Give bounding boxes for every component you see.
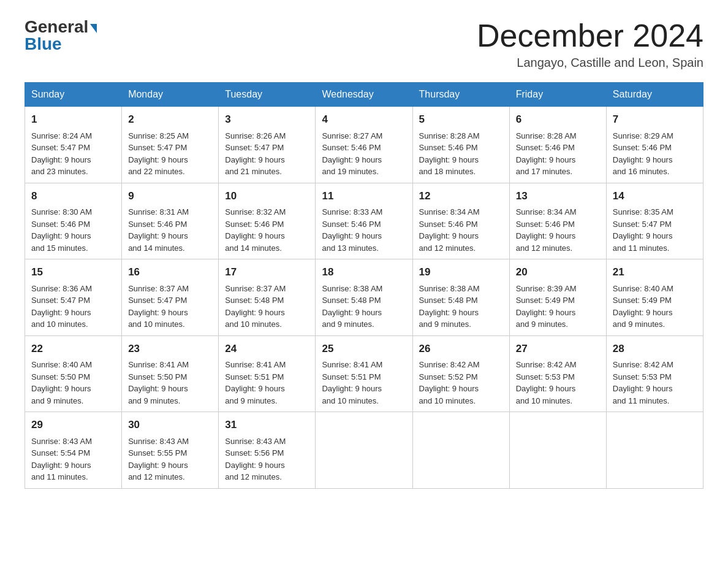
day-number: 9 <box>128 188 212 204</box>
day-info: Sunrise: 8:43 AMSunset: 5:56 PMDaylight:… <box>225 435 309 483</box>
day-info: Sunrise: 8:24 AMSunset: 5:47 PMDaylight:… <box>31 130 115 178</box>
table-row: 13Sunrise: 8:34 AMSunset: 5:46 PMDayligh… <box>509 183 606 259</box>
day-info: Sunrise: 8:43 AMSunset: 5:54 PMDaylight:… <box>31 435 115 483</box>
day-number: 7 <box>613 112 697 128</box>
table-row: 6Sunrise: 8:28 AMSunset: 5:46 PMDaylight… <box>509 107 606 183</box>
table-row: 22Sunrise: 8:40 AMSunset: 5:50 PMDayligh… <box>25 335 122 412</box>
day-number: 30 <box>128 417 212 433</box>
table-row: 11Sunrise: 8:33 AMSunset: 5:46 PMDayligh… <box>316 183 412 259</box>
day-info: Sunrise: 8:36 AMSunset: 5:47 PMDaylight:… <box>31 283 115 331</box>
table-row: 9Sunrise: 8:31 AMSunset: 5:46 PMDaylight… <box>122 183 219 259</box>
day-info: Sunrise: 8:43 AMSunset: 5:55 PMDaylight:… <box>128 435 212 483</box>
table-row: 10Sunrise: 8:32 AMSunset: 5:46 PMDayligh… <box>219 183 316 259</box>
day-info: Sunrise: 8:38 AMSunset: 5:48 PMDaylight:… <box>322 283 406 331</box>
table-row: 2Sunrise: 8:25 AMSunset: 5:47 PMDaylight… <box>122 107 219 183</box>
day-number: 31 <box>225 417 309 433</box>
day-info: Sunrise: 8:32 AMSunset: 5:46 PMDaylight:… <box>225 206 309 254</box>
day-number: 16 <box>128 264 212 280</box>
table-row: 8Sunrise: 8:30 AMSunset: 5:46 PMDaylight… <box>25 183 122 259</box>
day-number: 3 <box>225 112 309 128</box>
day-number: 20 <box>516 264 600 280</box>
day-info: Sunrise: 8:25 AMSunset: 5:47 PMDaylight:… <box>128 130 212 178</box>
day-info: Sunrise: 8:28 AMSunset: 5:46 PMDaylight:… <box>419 130 503 178</box>
col-saturday: Saturday <box>606 83 703 107</box>
calendar-header-row: Sunday Monday Tuesday Wednesday Thursday… <box>25 83 703 107</box>
table-row: 23Sunrise: 8:41 AMSunset: 5:50 PMDayligh… <box>122 335 219 412</box>
table-row: 5Sunrise: 8:28 AMSunset: 5:46 PMDaylight… <box>412 107 509 183</box>
day-number: 25 <box>322 341 406 357</box>
table-row: 19Sunrise: 8:38 AMSunset: 5:48 PMDayligh… <box>412 259 509 336</box>
location-text: Langayo, Castille and Leon, Spain <box>477 56 703 70</box>
day-info: Sunrise: 8:28 AMSunset: 5:46 PMDaylight:… <box>516 130 600 178</box>
logo-general-text: General <box>25 18 88 36</box>
table-row: 14Sunrise: 8:35 AMSunset: 5:47 PMDayligh… <box>606 183 703 259</box>
day-info: Sunrise: 8:34 AMSunset: 5:46 PMDaylight:… <box>516 206 600 254</box>
day-number: 21 <box>613 264 697 280</box>
table-row: 26Sunrise: 8:42 AMSunset: 5:52 PMDayligh… <box>412 335 509 412</box>
day-number: 1 <box>31 112 115 128</box>
day-number: 27 <box>516 341 600 357</box>
day-info: Sunrise: 8:41 AMSunset: 5:51 PMDaylight:… <box>322 359 406 407</box>
table-row: 7Sunrise: 8:29 AMSunset: 5:46 PMDaylight… <box>606 107 703 183</box>
table-row: 3Sunrise: 8:26 AMSunset: 5:47 PMDaylight… <box>219 107 316 183</box>
col-tuesday: Tuesday <box>219 83 316 107</box>
day-number: 18 <box>322 264 406 280</box>
table-row: 28Sunrise: 8:42 AMSunset: 5:53 PMDayligh… <box>606 335 703 412</box>
day-number: 24 <box>225 341 309 357</box>
table-row <box>316 412 412 489</box>
day-number: 10 <box>225 188 309 204</box>
table-row <box>412 412 509 489</box>
day-info: Sunrise: 8:31 AMSunset: 5:46 PMDaylight:… <box>128 206 212 254</box>
day-info: Sunrise: 8:35 AMSunset: 5:47 PMDaylight:… <box>613 206 697 254</box>
table-row: 20Sunrise: 8:39 AMSunset: 5:49 PMDayligh… <box>509 259 606 336</box>
table-row: 30Sunrise: 8:43 AMSunset: 5:55 PMDayligh… <box>122 412 219 489</box>
table-row <box>509 412 606 489</box>
day-info: Sunrise: 8:42 AMSunset: 5:53 PMDaylight:… <box>613 359 697 407</box>
table-row: 12Sunrise: 8:34 AMSunset: 5:46 PMDayligh… <box>412 183 509 259</box>
table-row: 1Sunrise: 8:24 AMSunset: 5:47 PMDaylight… <box>25 107 122 183</box>
day-info: Sunrise: 8:41 AMSunset: 5:50 PMDaylight:… <box>128 359 212 407</box>
day-info: Sunrise: 8:37 AMSunset: 5:48 PMDaylight:… <box>225 283 309 331</box>
day-info: Sunrise: 8:40 AMSunset: 5:49 PMDaylight:… <box>613 283 697 331</box>
day-number: 15 <box>31 264 115 280</box>
col-friday: Friday <box>509 83 606 107</box>
day-number: 28 <box>613 341 697 357</box>
day-number: 19 <box>419 264 503 280</box>
day-info: Sunrise: 8:26 AMSunset: 5:47 PMDaylight:… <box>225 130 309 178</box>
day-info: Sunrise: 8:38 AMSunset: 5:48 PMDaylight:… <box>419 283 503 331</box>
day-info: Sunrise: 8:37 AMSunset: 5:47 PMDaylight:… <box>128 283 212 331</box>
day-number: 23 <box>128 341 212 357</box>
table-row <box>606 412 703 489</box>
table-row: 18Sunrise: 8:38 AMSunset: 5:48 PMDayligh… <box>316 259 412 336</box>
col-sunday: Sunday <box>25 83 122 107</box>
day-info: Sunrise: 8:42 AMSunset: 5:53 PMDaylight:… <box>516 359 600 407</box>
logo-arrow-icon <box>90 24 97 33</box>
day-number: 13 <box>516 188 600 204</box>
table-row: 21Sunrise: 8:40 AMSunset: 5:49 PMDayligh… <box>606 259 703 336</box>
table-row: 15Sunrise: 8:36 AMSunset: 5:47 PMDayligh… <box>25 259 122 336</box>
table-row: 27Sunrise: 8:42 AMSunset: 5:53 PMDayligh… <box>509 335 606 412</box>
day-info: Sunrise: 8:42 AMSunset: 5:52 PMDaylight:… <box>419 359 503 407</box>
day-number: 5 <box>419 112 503 128</box>
day-info: Sunrise: 8:40 AMSunset: 5:50 PMDaylight:… <box>31 359 115 407</box>
day-info: Sunrise: 8:34 AMSunset: 5:46 PMDaylight:… <box>419 206 503 254</box>
day-number: 12 <box>419 188 503 204</box>
col-monday: Monday <box>122 83 219 107</box>
table-row: 29Sunrise: 8:43 AMSunset: 5:54 PMDayligh… <box>25 412 122 489</box>
day-number: 14 <box>613 188 697 204</box>
day-number: 11 <box>322 188 406 204</box>
logo: General Blue <box>25 18 97 53</box>
table-row: 24Sunrise: 8:41 AMSunset: 5:51 PMDayligh… <box>219 335 316 412</box>
day-number: 22 <box>31 341 115 357</box>
day-number: 8 <box>31 188 115 204</box>
day-info: Sunrise: 8:41 AMSunset: 5:51 PMDaylight:… <box>225 359 309 407</box>
title-section: December 2024 Langayo, Castille and Leon… <box>477 18 703 70</box>
day-info: Sunrise: 8:39 AMSunset: 5:49 PMDaylight:… <box>516 283 600 331</box>
table-row: 31Sunrise: 8:43 AMSunset: 5:56 PMDayligh… <box>219 412 316 489</box>
day-number: 29 <box>31 417 115 433</box>
col-thursday: Thursday <box>412 83 509 107</box>
calendar-table: Sunday Monday Tuesday Wednesday Thursday… <box>25 82 703 489</box>
table-row: 25Sunrise: 8:41 AMSunset: 5:51 PMDayligh… <box>316 335 412 412</box>
page-header: General Blue December 2024 Langayo, Cast… <box>25 18 703 70</box>
month-title: December 2024 <box>477 18 703 53</box>
